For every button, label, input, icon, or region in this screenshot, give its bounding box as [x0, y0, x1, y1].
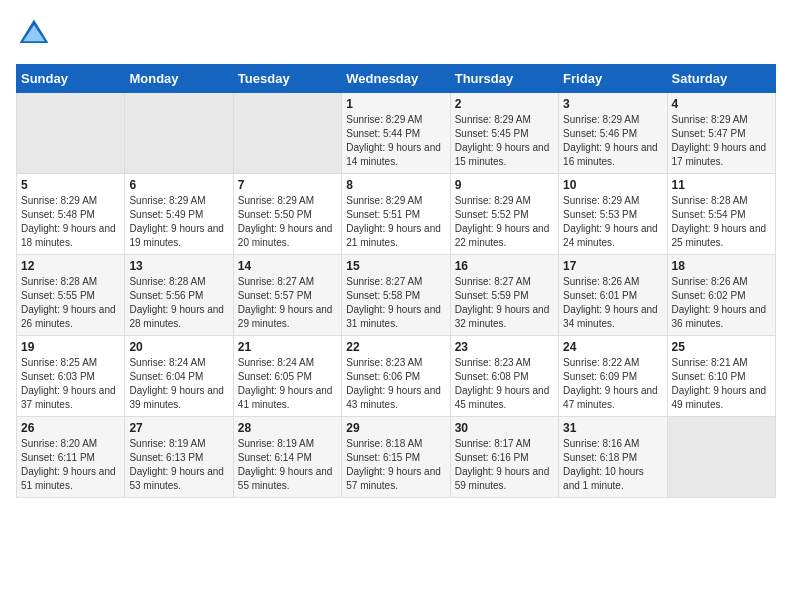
day-number: 1 [346, 97, 445, 111]
calendar-cell: 17Sunrise: 8:26 AMSunset: 6:01 PMDayligh… [559, 255, 667, 336]
calendar-cell: 27Sunrise: 8:19 AMSunset: 6:13 PMDayligh… [125, 417, 233, 498]
calendar-cell: 5Sunrise: 8:29 AMSunset: 5:48 PMDaylight… [17, 174, 125, 255]
calendar-cell: 6Sunrise: 8:29 AMSunset: 5:49 PMDaylight… [125, 174, 233, 255]
calendar-cell: 13Sunrise: 8:28 AMSunset: 5:56 PMDayligh… [125, 255, 233, 336]
day-info: Sunrise: 8:28 AMSunset: 5:56 PMDaylight:… [129, 275, 228, 331]
day-number: 4 [672, 97, 771, 111]
day-info: Sunrise: 8:16 AMSunset: 6:18 PMDaylight:… [563, 437, 662, 493]
calendar-cell: 21Sunrise: 8:24 AMSunset: 6:05 PMDayligh… [233, 336, 341, 417]
day-info: Sunrise: 8:29 AMSunset: 5:49 PMDaylight:… [129, 194, 228, 250]
day-number: 20 [129, 340, 228, 354]
calendar-cell: 19Sunrise: 8:25 AMSunset: 6:03 PMDayligh… [17, 336, 125, 417]
day-info: Sunrise: 8:29 AMSunset: 5:50 PMDaylight:… [238, 194, 337, 250]
calendar-cell: 3Sunrise: 8:29 AMSunset: 5:46 PMDaylight… [559, 93, 667, 174]
calendar-cell: 4Sunrise: 8:29 AMSunset: 5:47 PMDaylight… [667, 93, 775, 174]
day-info: Sunrise: 8:21 AMSunset: 6:10 PMDaylight:… [672, 356, 771, 412]
calendar-week-row: 1Sunrise: 8:29 AMSunset: 5:44 PMDaylight… [17, 93, 776, 174]
header-thursday: Thursday [450, 65, 558, 93]
calendar-cell: 14Sunrise: 8:27 AMSunset: 5:57 PMDayligh… [233, 255, 341, 336]
day-info: Sunrise: 8:28 AMSunset: 5:55 PMDaylight:… [21, 275, 120, 331]
day-number: 22 [346, 340, 445, 354]
calendar-cell: 7Sunrise: 8:29 AMSunset: 5:50 PMDaylight… [233, 174, 341, 255]
day-info: Sunrise: 8:24 AMSunset: 6:04 PMDaylight:… [129, 356, 228, 412]
calendar-cell [125, 93, 233, 174]
calendar-cell [233, 93, 341, 174]
calendar-cell: 16Sunrise: 8:27 AMSunset: 5:59 PMDayligh… [450, 255, 558, 336]
day-number: 8 [346, 178, 445, 192]
calendar-cell: 24Sunrise: 8:22 AMSunset: 6:09 PMDayligh… [559, 336, 667, 417]
day-info: Sunrise: 8:24 AMSunset: 6:05 PMDaylight:… [238, 356, 337, 412]
header-monday: Monday [125, 65, 233, 93]
day-info: Sunrise: 8:26 AMSunset: 6:01 PMDaylight:… [563, 275, 662, 331]
day-info: Sunrise: 8:28 AMSunset: 5:54 PMDaylight:… [672, 194, 771, 250]
calendar-week-row: 19Sunrise: 8:25 AMSunset: 6:03 PMDayligh… [17, 336, 776, 417]
day-info: Sunrise: 8:19 AMSunset: 6:13 PMDaylight:… [129, 437, 228, 493]
day-number: 24 [563, 340, 662, 354]
calendar-header-row: SundayMondayTuesdayWednesdayThursdayFrid… [17, 65, 776, 93]
calendar-week-row: 12Sunrise: 8:28 AMSunset: 5:55 PMDayligh… [17, 255, 776, 336]
calendar-cell [667, 417, 775, 498]
day-number: 25 [672, 340, 771, 354]
calendar-week-row: 5Sunrise: 8:29 AMSunset: 5:48 PMDaylight… [17, 174, 776, 255]
calendar-cell: 15Sunrise: 8:27 AMSunset: 5:58 PMDayligh… [342, 255, 450, 336]
day-number: 14 [238, 259, 337, 273]
header-saturday: Saturday [667, 65, 775, 93]
logo [16, 16, 56, 52]
calendar-cell: 26Sunrise: 8:20 AMSunset: 6:11 PMDayligh… [17, 417, 125, 498]
day-number: 15 [346, 259, 445, 273]
day-number: 13 [129, 259, 228, 273]
header-friday: Friday [559, 65, 667, 93]
day-number: 5 [21, 178, 120, 192]
logo-icon [16, 16, 52, 52]
day-number: 18 [672, 259, 771, 273]
day-number: 16 [455, 259, 554, 273]
day-info: Sunrise: 8:29 AMSunset: 5:46 PMDaylight:… [563, 113, 662, 169]
calendar-cell: 9Sunrise: 8:29 AMSunset: 5:52 PMDaylight… [450, 174, 558, 255]
calendar-cell: 25Sunrise: 8:21 AMSunset: 6:10 PMDayligh… [667, 336, 775, 417]
header-sunday: Sunday [17, 65, 125, 93]
day-number: 27 [129, 421, 228, 435]
day-number: 28 [238, 421, 337, 435]
day-number: 17 [563, 259, 662, 273]
day-number: 11 [672, 178, 771, 192]
day-info: Sunrise: 8:25 AMSunset: 6:03 PMDaylight:… [21, 356, 120, 412]
calendar-cell: 12Sunrise: 8:28 AMSunset: 5:55 PMDayligh… [17, 255, 125, 336]
calendar-week-row: 26Sunrise: 8:20 AMSunset: 6:11 PMDayligh… [17, 417, 776, 498]
calendar-table: SundayMondayTuesdayWednesdayThursdayFrid… [16, 64, 776, 498]
day-info: Sunrise: 8:29 AMSunset: 5:53 PMDaylight:… [563, 194, 662, 250]
day-info: Sunrise: 8:27 AMSunset: 5:58 PMDaylight:… [346, 275, 445, 331]
calendar-cell: 28Sunrise: 8:19 AMSunset: 6:14 PMDayligh… [233, 417, 341, 498]
calendar-cell: 2Sunrise: 8:29 AMSunset: 5:45 PMDaylight… [450, 93, 558, 174]
day-info: Sunrise: 8:18 AMSunset: 6:15 PMDaylight:… [346, 437, 445, 493]
day-info: Sunrise: 8:27 AMSunset: 5:59 PMDaylight:… [455, 275, 554, 331]
calendar-cell: 23Sunrise: 8:23 AMSunset: 6:08 PMDayligh… [450, 336, 558, 417]
calendar-cell: 11Sunrise: 8:28 AMSunset: 5:54 PMDayligh… [667, 174, 775, 255]
day-number: 10 [563, 178, 662, 192]
day-number: 23 [455, 340, 554, 354]
calendar-cell: 31Sunrise: 8:16 AMSunset: 6:18 PMDayligh… [559, 417, 667, 498]
day-number: 30 [455, 421, 554, 435]
calendar-cell: 8Sunrise: 8:29 AMSunset: 5:51 PMDaylight… [342, 174, 450, 255]
day-number: 6 [129, 178, 228, 192]
day-info: Sunrise: 8:27 AMSunset: 5:57 PMDaylight:… [238, 275, 337, 331]
day-number: 12 [21, 259, 120, 273]
day-info: Sunrise: 8:22 AMSunset: 6:09 PMDaylight:… [563, 356, 662, 412]
calendar-cell: 1Sunrise: 8:29 AMSunset: 5:44 PMDaylight… [342, 93, 450, 174]
day-info: Sunrise: 8:29 AMSunset: 5:52 PMDaylight:… [455, 194, 554, 250]
day-info: Sunrise: 8:26 AMSunset: 6:02 PMDaylight:… [672, 275, 771, 331]
page-header [16, 16, 776, 52]
day-info: Sunrise: 8:20 AMSunset: 6:11 PMDaylight:… [21, 437, 120, 493]
day-number: 9 [455, 178, 554, 192]
calendar-cell: 30Sunrise: 8:17 AMSunset: 6:16 PMDayligh… [450, 417, 558, 498]
day-number: 3 [563, 97, 662, 111]
calendar-cell: 20Sunrise: 8:24 AMSunset: 6:04 PMDayligh… [125, 336, 233, 417]
day-number: 21 [238, 340, 337, 354]
day-number: 29 [346, 421, 445, 435]
day-info: Sunrise: 8:19 AMSunset: 6:14 PMDaylight:… [238, 437, 337, 493]
header-tuesday: Tuesday [233, 65, 341, 93]
day-number: 2 [455, 97, 554, 111]
day-info: Sunrise: 8:29 AMSunset: 5:44 PMDaylight:… [346, 113, 445, 169]
day-number: 26 [21, 421, 120, 435]
calendar-cell: 10Sunrise: 8:29 AMSunset: 5:53 PMDayligh… [559, 174, 667, 255]
day-info: Sunrise: 8:23 AMSunset: 6:06 PMDaylight:… [346, 356, 445, 412]
